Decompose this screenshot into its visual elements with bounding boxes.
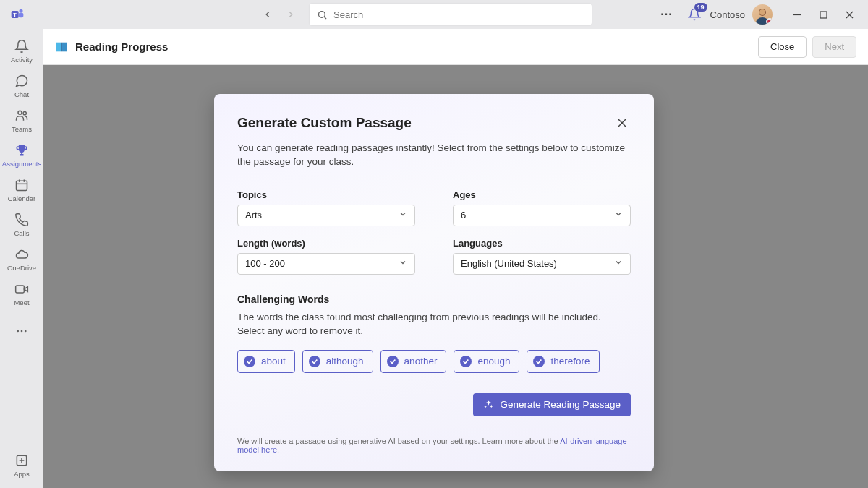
svg-line-5 [324,17,326,19]
phone-icon [14,212,30,228]
presence-indicator [766,18,773,25]
svg-point-22 [21,330,23,333]
reading-progress-icon [55,40,68,53]
rail-label: OneDrive [7,264,36,272]
search-box[interactable] [310,4,592,25]
field-label: Topics [237,189,415,200]
more-button[interactable]: ··· [655,5,678,24]
modal-footer: We will create a passage using generativ… [237,437,631,454]
svg-text:T: T [13,12,17,18]
svg-point-23 [25,330,27,333]
challenging-words-chips: about although another enough therefore [237,350,631,373]
svg-rect-10 [820,12,827,18]
chip-label: about [261,356,286,367]
check-icon [387,356,399,367]
generate-passage-modal: Generate Custom Passage You can generate… [214,94,654,471]
svg-rect-3 [19,13,24,18]
rail-label: Assignments [2,160,41,168]
rail-label: Chat [14,90,29,98]
teams-logo: T [9,6,26,23]
challenging-words-title: Challenging Words [237,294,631,305]
word-chip[interactable]: about [237,350,295,373]
svg-point-8 [760,9,765,15]
rail-label: Calls [14,229,29,237]
page-title: Reading Progress [75,40,168,53]
word-chip[interactable]: enough [454,350,519,373]
button-label: Generate Reading Passage [500,399,621,410]
word-chip[interactable]: another [380,350,447,373]
rail-label: Meet [14,299,29,307]
nav-forward-button[interactable] [281,4,301,25]
notification-count: 19 [694,3,707,12]
assignments-icon [14,142,30,158]
chevron-down-icon [614,210,623,221]
rail-label: Activity [11,56,33,64]
svg-point-13 [18,111,22,114]
sparkle-icon [483,399,494,410]
svg-point-4 [319,11,326,17]
svg-point-21 [17,330,19,333]
field-topics: Topics Arts [237,189,415,226]
select-value: English (United States) [461,258,557,269]
word-chip[interactable]: therefore [527,350,599,373]
svg-rect-15 [17,181,27,190]
rail-assignments[interactable]: Assignments [0,137,43,172]
length-select[interactable]: 100 - 200 [237,253,415,275]
chip-label: enough [477,356,510,367]
window-minimize-button[interactable] [784,3,810,26]
bell-icon [14,38,30,54]
svg-point-2 [20,9,23,13]
rail-more[interactable] [0,314,43,348]
footer-text: We will create a passage using generativ… [237,437,560,445]
rail-activity[interactable]: Activity [0,33,43,68]
field-label: Ages [453,189,631,200]
calendar-icon [14,177,30,193]
chevron-down-icon [399,210,407,221]
search-input[interactable] [333,9,584,20]
app-header: Reading Progress Close Next [43,29,868,65]
rail-onedrive[interactable]: OneDrive [0,241,43,276]
nav-back-button[interactable] [258,4,278,25]
field-label: Languages [453,238,631,249]
svg-rect-27 [61,42,62,51]
topics-select[interactable]: Arts [237,205,415,226]
rail-meet[interactable]: Meet [0,276,43,311]
rail-calendar[interactable]: Calendar [0,172,43,207]
close-icon [617,118,627,128]
chip-label: therefore [550,356,590,367]
rail-chat[interactable]: Chat [0,68,43,103]
next-button[interactable]: Next [812,36,856,58]
teams-icon [14,108,30,124]
field-languages: Languages English (United States) [453,238,631,275]
titlebar: T ··· 19 Contoso [0,0,868,29]
generate-passage-button[interactable]: Generate Reading Passage [473,393,631,416]
field-ages: Ages 6 [453,189,631,226]
search-icon [317,9,328,20]
chevron-down-icon [614,258,623,269]
tenant-name[interactable]: Contoso [710,9,745,20]
rail-apps[interactable]: Apps [0,448,43,482]
window-close-button[interactable] [836,3,862,26]
app-rail: Activity Chat Teams Assignments Calendar… [0,29,43,488]
close-button[interactable]: Close [758,36,807,58]
rail-calls[interactable]: Calls [0,207,43,241]
nav-arrows [258,4,301,25]
check-icon [460,356,472,367]
word-chip[interactable]: although [302,350,373,373]
rail-teams[interactable]: Teams [0,103,43,137]
modal-description: You can generate reading passages instan… [237,142,631,169]
avatar[interactable] [752,4,773,25]
ages-select[interactable]: 6 [453,205,631,226]
modal-close-button[interactable] [613,114,631,132]
languages-select[interactable]: English (United States) [453,253,631,275]
rail-label: Teams [12,125,32,133]
field-length: Length (words) 100 - 200 [237,238,415,275]
svg-point-14 [23,111,26,114]
chevron-down-icon [399,258,407,269]
rail-label: Calendar [8,194,36,202]
apps-icon [14,453,30,468]
chip-label: although [326,356,364,367]
window-maximize-button[interactable] [810,3,836,26]
notifications-button[interactable]: 19 [686,6,703,23]
cloud-icon [14,247,30,262]
